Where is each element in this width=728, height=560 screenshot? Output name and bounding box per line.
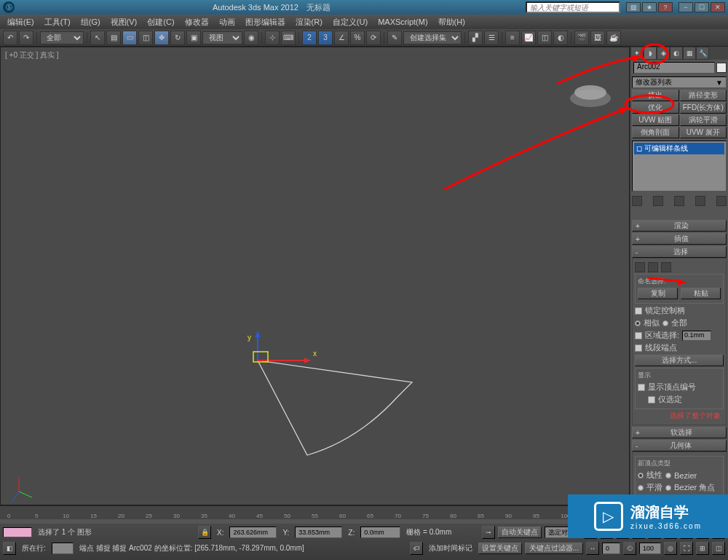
show-vtx-check[interactable] (638, 384, 645, 391)
menu-graph[interactable]: 图形编辑器 (241, 15, 290, 29)
rollout-render[interactable]: +渲染 (632, 220, 727, 232)
title-icon-2[interactable]: ★ (642, 2, 657, 12)
refcoord-dropdown[interactable]: 视图 (202, 31, 242, 44)
minimize-button[interactable]: − (678, 2, 693, 12)
mod-path-deform[interactable]: 路径变形 (680, 90, 727, 101)
help-search[interactable] (526, 1, 620, 13)
menu-edit[interactable]: 编辑(E) (3, 15, 39, 29)
rollout-geom[interactable]: -几何体 (632, 440, 727, 451)
hierarchy-tab-icon[interactable]: ◈ (657, 47, 670, 60)
vtx-bezier-corner-radio[interactable] (665, 485, 671, 491)
maximize-vp-icon[interactable]: ⛶ (680, 542, 693, 555)
similar-radio[interactable] (635, 320, 641, 326)
area-sel-spinner[interactable]: 0.1mm (682, 331, 711, 341)
vertex-icon[interactable] (635, 262, 645, 272)
manip-icon[interactable]: ⊹ (265, 31, 280, 45)
pin-stack-icon[interactable] (632, 196, 642, 206)
setkey-button[interactable]: 设置关键点 (478, 543, 522, 554)
mod-bevel-profile[interactable]: 倒角剖面 (632, 127, 679, 138)
zoom-region-icon[interactable]: ⊞ (696, 542, 709, 555)
menu-create[interactable]: 创建(C) (143, 15, 178, 29)
display-tab-icon[interactable]: ▦ (683, 47, 696, 60)
min-max-icon[interactable]: ◫ (712, 542, 725, 555)
redo-icon[interactable]: ↷ (19, 31, 33, 45)
all-radio[interactable] (662, 320, 668, 326)
lock-handles-check[interactable] (635, 307, 642, 315)
snap-2-icon[interactable]: 2 (302, 31, 317, 45)
seg-end-check[interactable] (635, 344, 642, 352)
mod-turbosmooth[interactable]: 涡轮平滑 (680, 114, 727, 126)
keyboard-icon[interactable]: ⌨ (281, 31, 296, 45)
lock-icon[interactable]: 🔒 (198, 526, 211, 539)
menu-view[interactable]: 视图(V) (106, 15, 142, 29)
render-frame-icon[interactable]: 🖼 (590, 31, 605, 45)
keyfilters-button[interactable]: 关键点过滤器... (525, 543, 583, 554)
vtx-bezier-radio[interactable] (665, 473, 671, 478)
mod-optimize[interactable]: 优化 (632, 102, 679, 114)
mod-extrude[interactable]: 挤出 (632, 90, 679, 101)
segment-icon[interactable] (648, 262, 658, 272)
menu-render[interactable]: 渲染(R) (291, 15, 327, 29)
orbit-icon[interactable]: ◎ (664, 542, 677, 555)
mod-ffd[interactable]: FFD(长方体) (680, 102, 727, 114)
rollout-interp[interactable]: +插值 (632, 233, 727, 245)
frame-indicator[interactable] (3, 527, 32, 537)
configure-sets-icon[interactable] (716, 196, 727, 206)
window-cross-icon[interactable]: ◫ (138, 31, 153, 45)
percent-snap-icon[interactable]: % (350, 31, 365, 45)
select-by-button[interactable]: 选择方式... (635, 355, 724, 366)
select-rect-icon[interactable]: ▭ (122, 31, 137, 45)
spline-icon[interactable] (661, 262, 671, 272)
area-sel-check[interactable] (635, 332, 642, 339)
copy-sel-button[interactable]: 复制 (638, 288, 678, 299)
z-field[interactable]: 0.0mm (360, 527, 400, 538)
utility-tab-icon[interactable]: 🔧 (696, 47, 709, 60)
paste-sel-button[interactable]: 粘贴 (681, 288, 721, 299)
material-icon[interactable]: ◐ (553, 31, 568, 45)
y-field[interactable]: 33.853mm (295, 527, 342, 538)
mod-uvw-unwrap[interactable]: UVW 展开 (680, 127, 727, 138)
object-color-swatch[interactable] (716, 63, 727, 73)
create-tab-icon[interactable]: ✦ (630, 47, 644, 60)
render-icon[interactable]: ☕ (606, 31, 621, 45)
vtx-linear-radio[interactable] (638, 473, 644, 478)
menu-modifier[interactable]: 修改器 (181, 15, 213, 29)
title-icon-3[interactable]: ? (658, 2, 673, 12)
maximize-button[interactable]: ☐ (695, 2, 709, 12)
viewcube[interactable] (570, 85, 611, 107)
undo-icon[interactable]: ↶ (3, 31, 17, 45)
selection-set-dropdown[interactable]: 创建选择集 (403, 31, 462, 44)
line-field[interactable] (52, 543, 74, 554)
spinner-snap-icon[interactable]: ⟳ (366, 31, 381, 45)
x-field[interactable]: 263.626mm (229, 527, 277, 538)
curve-editor-icon[interactable]: 📈 (521, 31, 536, 45)
menu-group[interactable]: 组(G) (76, 15, 105, 29)
pivot-icon[interactable]: ◉ (244, 31, 258, 45)
modifier-list-dropdown[interactable]: 修改器列表▼ (632, 76, 727, 88)
stack-item-esline[interactable]: ◻ 可编辑样条线 (634, 143, 724, 154)
only-sel-check[interactable] (648, 396, 655, 403)
move-icon[interactable]: ✥ (154, 31, 169, 45)
show-end-result-icon[interactable] (653, 196, 663, 206)
menu-help[interactable]: 帮助(H) (434, 15, 470, 29)
rollout-softsel[interactable]: +软选择 (632, 427, 727, 438)
arc-shape[interactable]: y x (248, 331, 412, 455)
menu-maxscript[interactable]: MAXScript(M) (373, 16, 432, 28)
select-icon[interactable]: ↖ (90, 31, 105, 45)
menu-tools[interactable]: 工具(T) (40, 15, 75, 29)
mod-uvwmap[interactable]: UVW 贴图 (632, 114, 679, 126)
autokey-button[interactable]: 自动关键点 (498, 527, 542, 538)
key-step-icon[interactable]: ↔ (586, 542, 599, 555)
modify-tab-icon[interactable]: ◗ (644, 47, 657, 60)
script-icon[interactable]: ◧ (3, 542, 16, 555)
edit-sel-icon[interactable]: ✎ (387, 31, 402, 45)
layers-icon[interactable]: ≡ (505, 31, 520, 45)
render-setup-icon[interactable]: 🎬 (574, 31, 589, 45)
object-name-field[interactable]: Arc002 (633, 62, 715, 74)
current-frame[interactable]: 0 (602, 543, 620, 554)
select-name-icon[interactable]: ▤ (106, 31, 121, 45)
snap-3-icon[interactable]: 3 (318, 31, 333, 45)
scale-icon[interactable]: ▣ (186, 31, 201, 45)
time-tag-icon[interactable]: 🏷 (410, 542, 423, 555)
close-button[interactable]: ✕ (711, 2, 725, 12)
